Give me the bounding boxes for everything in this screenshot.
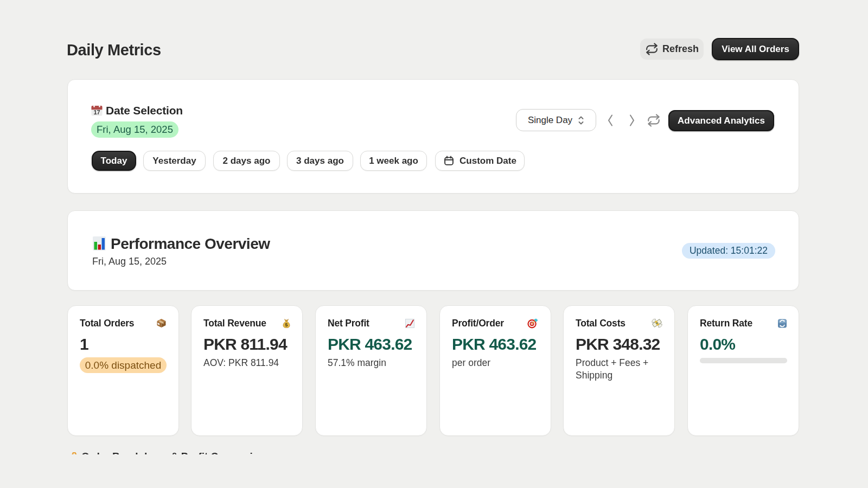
svg-text:17: 17 bbox=[93, 109, 100, 115]
svg-text:$: $ bbox=[285, 321, 288, 327]
